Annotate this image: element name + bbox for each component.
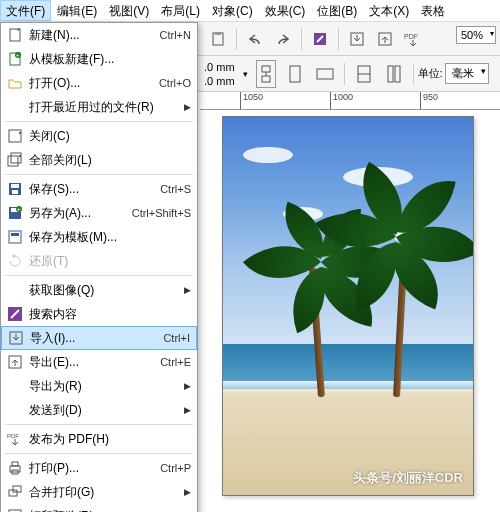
svg-rect-12 bbox=[388, 66, 393, 82]
merge-icon bbox=[5, 483, 25, 501]
import-icon bbox=[6, 329, 26, 347]
newtpl-icon: + bbox=[5, 50, 25, 68]
menu-label: 打开最近用过的文件(R) bbox=[29, 99, 180, 116]
import-button[interactable] bbox=[345, 27, 369, 51]
menu-effects[interactable]: 效果(C) bbox=[259, 0, 312, 21]
menu-label: 保存为模板(M)... bbox=[29, 229, 191, 246]
search-icon bbox=[5, 305, 25, 323]
menu-shortcut: Ctrl+S bbox=[160, 183, 191, 195]
menu-label: 导入(I)... bbox=[30, 330, 163, 347]
menu-item-6[interactable]: 全部关闭(L) bbox=[1, 148, 197, 172]
menu-item-13[interactable]: 获取图像(Q)▶ bbox=[1, 278, 197, 302]
menu-file[interactable]: 文件(F) bbox=[0, 0, 51, 21]
menu-text[interactable]: 文本(X) bbox=[363, 0, 415, 21]
svg-rect-35 bbox=[12, 462, 18, 466]
redo-button[interactable] bbox=[271, 27, 295, 51]
revert-icon bbox=[5, 252, 25, 270]
blank-icon bbox=[5, 98, 25, 116]
menu-item-16[interactable]: 导出(E)...Ctrl+E bbox=[1, 350, 197, 374]
menu-label: 新建(N)... bbox=[29, 27, 160, 44]
menu-label: 还原(T) bbox=[29, 253, 191, 270]
page-layout-1[interactable] bbox=[351, 61, 377, 87]
menu-item-8[interactable]: 保存(S)...Ctrl+S bbox=[1, 177, 197, 201]
menu-bar: 文件(F) 编辑(E) 视图(V) 布局(L) 对象(C) 效果(C) 位图(B… bbox=[0, 0, 500, 22]
svg-rect-29 bbox=[11, 233, 19, 236]
svg-rect-6 bbox=[262, 66, 270, 72]
menu-shortcut: Ctrl+E bbox=[160, 356, 191, 368]
menu-shortcut: Ctrl+I bbox=[163, 332, 190, 344]
page-layout-2[interactable] bbox=[381, 61, 407, 87]
menu-item-14[interactable]: 搜索内容 bbox=[1, 302, 197, 326]
svg-rect-9 bbox=[317, 69, 333, 79]
export-icon bbox=[5, 353, 25, 371]
svg-rect-19 bbox=[8, 156, 18, 166]
menu-object[interactable]: 对象(C) bbox=[206, 0, 259, 21]
svg-rect-7 bbox=[262, 76, 270, 82]
search-button[interactable] bbox=[308, 27, 332, 51]
menu-label: 导出为(R) bbox=[29, 378, 180, 395]
menu-view[interactable]: 视图(V) bbox=[103, 0, 155, 21]
menu-edit[interactable]: 编辑(E) bbox=[51, 0, 103, 21]
menu-table[interactable]: 表格 bbox=[415, 0, 451, 21]
menu-item-1[interactable]: +从模板新建(F)... bbox=[1, 47, 197, 71]
svg-text:PDF: PDF bbox=[404, 33, 418, 40]
menu-layout[interactable]: 布局(L) bbox=[155, 0, 206, 21]
svg-text:PDF: PDF bbox=[7, 433, 19, 439]
units-dropdown[interactable]: 毫米 bbox=[445, 63, 489, 84]
new-icon bbox=[5, 26, 25, 44]
portrait-button[interactable] bbox=[282, 61, 308, 87]
menu-item-15[interactable]: 导入(I)...Ctrl+I bbox=[1, 326, 197, 350]
canvas-image[interactable]: 头条号/刘丽洋CDR bbox=[222, 116, 474, 496]
submenu-arrow-icon: ▶ bbox=[184, 405, 191, 415]
dimensions: .0 mm .0 mm bbox=[204, 60, 235, 88]
blank-icon bbox=[5, 281, 25, 299]
paste-button[interactable] bbox=[206, 27, 230, 51]
close-icon bbox=[5, 127, 25, 145]
menu-label: 保存(S)... bbox=[29, 181, 160, 198]
menu-label: 打开(O)... bbox=[29, 75, 159, 92]
menu-item-10[interactable]: 保存为模板(M)... bbox=[1, 225, 197, 249]
menu-shortcut: Ctrl+N bbox=[160, 29, 191, 41]
pdf-button[interactable]: PDF bbox=[401, 27, 425, 51]
svg-rect-20 bbox=[11, 153, 21, 163]
menu-item-2[interactable]: 打开(O)...Ctrl+O bbox=[1, 71, 197, 95]
lock-aspect[interactable] bbox=[256, 60, 276, 88]
blank-icon bbox=[5, 401, 25, 419]
menu-label: 打印(P)... bbox=[29, 460, 160, 477]
landscape-button[interactable] bbox=[312, 61, 338, 87]
menu-item-23[interactable]: 合并打印(G)▶ bbox=[1, 480, 197, 504]
menu-label: 另存为(A)... bbox=[29, 205, 132, 222]
menu-item-24[interactable]: 打印预览(R)... bbox=[1, 504, 197, 512]
watermark: 头条号/刘丽洋CDR bbox=[353, 469, 463, 487]
submenu-arrow-icon: ▶ bbox=[184, 487, 191, 497]
menu-item-17[interactable]: 导出为(R)▶ bbox=[1, 374, 197, 398]
zoom-dropdown[interactable]: 50% bbox=[456, 26, 496, 44]
menu-item-0[interactable]: 新建(N)...Ctrl+N bbox=[1, 23, 197, 47]
export-button[interactable] bbox=[373, 27, 397, 51]
menu-item-22[interactable]: 打印(P)...Ctrl+P bbox=[1, 456, 197, 480]
menu-label: 发送到(D) bbox=[29, 402, 180, 419]
menu-label: 从模板新建(F)... bbox=[29, 51, 191, 68]
submenu-arrow-icon: ▶ bbox=[184, 381, 191, 391]
menu-item-18[interactable]: 发送到(D)▶ bbox=[1, 398, 197, 422]
menu-shortcut: Ctrl+O bbox=[159, 77, 191, 89]
menu-shortcut: Ctrl+Shift+S bbox=[132, 207, 191, 219]
menu-label: 全部关闭(L) bbox=[29, 152, 191, 169]
menu-bitmap[interactable]: 位图(B) bbox=[311, 0, 363, 21]
menu-item-5[interactable]: 关闭(C) bbox=[1, 124, 197, 148]
units-label: 单位: bbox=[418, 66, 443, 81]
blank-icon bbox=[5, 377, 25, 395]
menu-item-9[interactable]: +另存为(A)...Ctrl+Shift+S bbox=[1, 201, 197, 225]
undo-button[interactable] bbox=[243, 27, 267, 51]
savetpl-icon bbox=[5, 228, 25, 246]
menu-label: 打印预览(R)... bbox=[29, 508, 191, 513]
open-icon bbox=[5, 74, 25, 92]
menu-label: 发布为 PDF(H) bbox=[29, 431, 191, 448]
save-icon bbox=[5, 180, 25, 198]
pdf-icon: PDF bbox=[5, 430, 25, 448]
menu-label: 获取图像(Q) bbox=[29, 282, 180, 299]
menu-item-3[interactable]: 打开最近用过的文件(R)▶ bbox=[1, 95, 197, 119]
menu-item-20[interactable]: PDF发布为 PDF(H) bbox=[1, 427, 197, 451]
svg-rect-1 bbox=[215, 32, 221, 35]
menu-label: 合并打印(G) bbox=[29, 484, 180, 501]
